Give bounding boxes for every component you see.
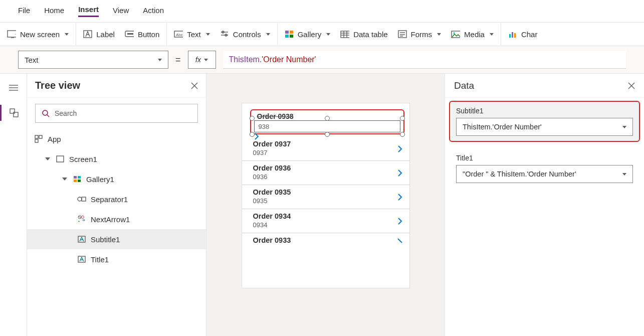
tree-label: NextArrow1	[91, 215, 130, 224]
property-selector[interactable]: Text	[18, 51, 168, 69]
tree: App Screen1 Gallery1 Separator1 + NextAr…	[27, 127, 206, 336]
text-button[interactable]: Abc Text	[174, 30, 210, 39]
svg-rect-45	[74, 180, 77, 182]
button-label: Button	[138, 30, 159, 39]
row-title: Order 0935	[253, 188, 398, 196]
new-screen-button[interactable]: + New screen	[7, 30, 69, 39]
chevron-down-icon	[437, 33, 441, 36]
datatable-icon	[340, 30, 349, 39]
svg-rect-21	[398, 31, 406, 38]
close-icon[interactable]	[191, 82, 198, 89]
menu-action[interactable]: Action	[143, 6, 164, 17]
gallery-row[interactable]: Order 09340934	[242, 209, 409, 233]
gallery-row[interactable]: Order 09360936	[242, 161, 409, 185]
chevron-right-icon[interactable]	[397, 217, 402, 225]
chevron-right-icon[interactable]	[397, 193, 402, 201]
icons-icon: +	[77, 215, 86, 224]
row-subtitle: 0934	[253, 221, 398, 229]
row-subtitle: 0935	[253, 197, 398, 205]
twist-icon[interactable]	[45, 157, 50, 160]
menu-bar: File Home Insert View Action	[0, 0, 644, 23]
row-title: Order 0936	[253, 164, 398, 172]
svg-rect-44	[78, 176, 81, 179]
forms-button[interactable]: Forms	[398, 30, 442, 39]
svg-rect-46	[78, 180, 81, 182]
data-section-subtitle: Subtitle1 ThisItem.'Order Number'	[449, 101, 640, 142]
formula-input[interactable]: ThisItem.'Order Number'	[223, 51, 626, 69]
menu-insert[interactable]: Insert	[78, 5, 99, 17]
chart-icon	[508, 30, 517, 39]
controls-label: Controls	[233, 30, 261, 39]
twist-icon[interactable]	[62, 178, 67, 181]
tree-node-nextarrow[interactable]: + NextArrow1	[27, 209, 206, 229]
equals-label: =	[175, 55, 181, 65]
text-icon: Abc	[174, 30, 183, 39]
canvas[interactable]: Order 0938 938 Order 09370937Order 09360…	[206, 74, 445, 336]
title-binding-select[interactable]: "Order " & ThisItem.'Order Number'	[456, 165, 633, 183]
gallery-button[interactable]: Gallery	[285, 30, 331, 39]
text-label: Text	[187, 30, 201, 39]
controls-button[interactable]: Controls	[220, 30, 270, 39]
search-icon	[42, 109, 50, 117]
svg-rect-29	[514, 33, 516, 38]
row-title: Order 0938	[257, 112, 400, 120]
select-value: ThisItem.'Order Number'	[463, 123, 542, 131]
menu-home[interactable]: Home	[44, 6, 64, 17]
datatable-button[interactable]: Data table	[340, 30, 387, 39]
controls-icon	[220, 30, 229, 39]
screen-icon	[56, 154, 65, 163]
gallery-row[interactable]: Order 09370937	[242, 137, 409, 161]
label-icon	[77, 235, 86, 244]
chevron-down-icon	[158, 59, 162, 61]
svg-rect-48	[82, 197, 86, 201]
tree-label: App	[48, 135, 61, 143]
chart-button[interactable]: Char	[508, 30, 538, 39]
menu-view[interactable]: View	[113, 6, 129, 17]
gallery-icon	[73, 175, 82, 184]
chevron-right-icon[interactable]	[397, 145, 402, 153]
chart-label: Char	[521, 30, 538, 39]
fx-button[interactable]: fx	[188, 51, 216, 69]
ribbon: + New screen Label Button Abc Text	[0, 23, 644, 46]
svg-rect-27	[509, 34, 511, 38]
row-subtitle: 0936	[253, 173, 398, 181]
tree-view-title: Tree view	[35, 80, 191, 91]
forms-icon	[398, 30, 407, 39]
gallery-row[interactable]: Order 09350935	[242, 185, 409, 209]
rail-hamburger[interactable]	[0, 80, 27, 96]
select-value: "Order " & ThisItem.'Order Number'	[463, 170, 576, 178]
search-input[interactable]: Search	[35, 104, 198, 123]
chevron-down-icon	[206, 33, 210, 36]
svg-point-47	[78, 197, 82, 201]
tree-node-app[interactable]: App	[27, 129, 206, 149]
chevron-right-icon[interactable]	[397, 169, 402, 177]
subtitle-binding-select[interactable]: ThisItem.'Order Number'	[456, 118, 633, 136]
tree-label: Title1	[91, 255, 109, 264]
chevron-right-icon[interactable]	[397, 238, 402, 243]
row-subtitle: 0937	[253, 149, 398, 156]
media-button[interactable]: Media	[451, 30, 494, 39]
button-button[interactable]: Button	[125, 30, 159, 39]
tree-label: Separator1	[91, 195, 128, 204]
tree-node-separator[interactable]: Separator1	[27, 189, 206, 209]
svg-rect-40	[39, 135, 42, 138]
close-icon[interactable]	[628, 82, 635, 89]
tree-node-subtitle[interactable]: Subtitle1	[27, 229, 206, 249]
forms-label: Forms	[411, 30, 433, 39]
label-button[interactable]: Label	[83, 30, 115, 39]
svg-text:+: +	[15, 32, 16, 37]
label-label: Label	[96, 30, 115, 39]
tree-node-screen[interactable]: Screen1	[27, 149, 206, 169]
svg-rect-42	[57, 156, 64, 162]
rail-treeview[interactable]	[0, 105, 27, 121]
tree-node-gallery[interactable]: Gallery1	[27, 169, 206, 189]
chevron-down-icon	[326, 33, 330, 36]
menu-file[interactable]: File	[18, 6, 30, 17]
tree-label: Screen1	[69, 155, 97, 163]
gallery-row[interactable]: Order 0933	[242, 233, 409, 248]
tree-node-title[interactable]: Title1	[27, 249, 206, 269]
row-subtitle[interactable]: 938	[259, 123, 270, 130]
formula-this: ThisItem.	[229, 55, 262, 64]
media-label: Media	[464, 30, 485, 39]
field-label: Subtitle1	[456, 107, 633, 115]
